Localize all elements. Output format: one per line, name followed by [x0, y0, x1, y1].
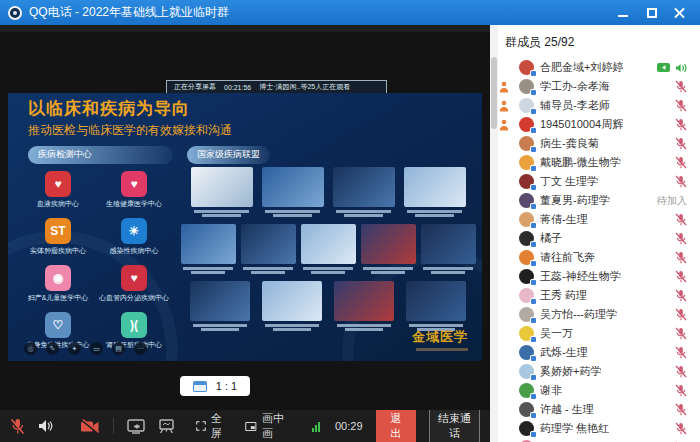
- member-count-header: 群成员 25/92: [490, 25, 700, 58]
- network-signal-icon: [312, 421, 320, 432]
- center-icon: ♥: [45, 171, 71, 197]
- center-icon: ST: [45, 218, 71, 244]
- member-row[interactable]: 董夏男-药理学 待加入: [498, 191, 700, 210]
- fullscreen-button[interactable]: 全屏: [196, 411, 227, 441]
- member-list: 合肥金域+刘婷婷 学工办-余孝海 辅导员-李老师 1945010004周辉 病生…: [490, 58, 700, 442]
- member-status: [675, 118, 687, 131]
- member-row[interactable]: 吴方怡---药理学: [498, 305, 700, 324]
- member-role-icon: [499, 119, 509, 131]
- center-label: 血液疾病中心: [20, 199, 96, 209]
- slide-title: 以临床和疾病为导向: [28, 97, 190, 120]
- member-name: 许越 - 生理: [540, 402, 594, 417]
- center-label: 生殖健康医学中心: [96, 199, 172, 209]
- qq-call-app-icon: [8, 6, 22, 20]
- avatar: [519, 402, 534, 417]
- member-role-icon: [499, 100, 509, 112]
- member-row[interactable]: 许越 - 生理: [498, 400, 700, 419]
- member-row[interactable]: 病生-龚良菊: [498, 134, 700, 153]
- mobile-badge-icon: [530, 241, 537, 248]
- speaker-icon: [38, 419, 53, 433]
- photo-caption: [334, 321, 394, 331]
- member-row[interactable]: 丁文 生理学: [498, 172, 700, 191]
- avatar: [519, 212, 534, 227]
- conference-photo: [421, 224, 476, 275]
- muted-mic-icon: [675, 365, 687, 378]
- mobile-badge-icon: [530, 222, 537, 229]
- member-row[interactable]: 辅导员-李老师: [498, 96, 700, 115]
- call-timer: 00:29: [335, 420, 363, 432]
- conference-photo: [181, 224, 236, 275]
- mobile-badge-icon: [530, 203, 537, 210]
- avatar: [519, 79, 534, 94]
- avatar: [519, 269, 534, 284]
- member-status: [675, 308, 687, 321]
- mobile-badge-icon: [530, 336, 537, 343]
- ratio-1-1-button[interactable]: 1 : 1: [180, 376, 250, 396]
- mobile-badge-icon: [530, 374, 537, 381]
- member-role-icon: [499, 81, 509, 93]
- whiteboard-button[interactable]: [158, 419, 175, 434]
- conference-photo: [241, 224, 296, 275]
- window-ratio-icon: [193, 381, 207, 392]
- member-status: [675, 346, 687, 359]
- pip-button[interactable]: 画中画: [245, 411, 285, 441]
- member-status: [675, 403, 687, 416]
- center-icon: ♥: [121, 171, 147, 197]
- mobile-badge-icon: [530, 70, 537, 77]
- disease-center-tile: ♥ 生殖健康医学中心: [96, 171, 172, 216]
- member-row[interactable]: 吴一万: [498, 324, 700, 343]
- member-status: [675, 175, 687, 188]
- avatar: [519, 326, 534, 341]
- member-panel: 群成员 25/92 合肥金域+刘婷婷 学工办-余孝海 辅导员-李老师 19450…: [490, 25, 700, 442]
- avatar: [519, 136, 534, 151]
- member-row[interactable]: 学工办-余孝海: [498, 77, 700, 96]
- maximize-icon[interactable]: [646, 7, 658, 19]
- member-row[interactable]: 如愿: [498, 438, 700, 442]
- muted-mic-icon: [675, 213, 687, 226]
- member-row[interactable]: 蒋倩-生理: [498, 210, 700, 229]
- member-row[interactable]: 1945010004周辉: [498, 115, 700, 134]
- mobile-badge-icon: [530, 165, 537, 172]
- mic-muted-button[interactable]: [10, 418, 25, 435]
- end-call-button[interactable]: 结束通话: [429, 407, 480, 442]
- center-label: 心血管内分泌疾病中心: [96, 293, 172, 303]
- camera-off-button[interactable]: [80, 419, 100, 434]
- member-row[interactable]: 药理学 焦艳红: [498, 419, 700, 438]
- member-row[interactable]: 戴晓鹏-微生物学: [498, 153, 700, 172]
- member-status: [675, 289, 687, 302]
- member-row[interactable]: 合肥金域+刘婷婷: [498, 58, 700, 77]
- screen-share-button[interactable]: [127, 419, 145, 434]
- member-status: [675, 251, 687, 264]
- scrollbar-thumb[interactable]: [491, 57, 497, 129]
- member-row[interactable]: 橘子: [498, 229, 700, 248]
- member-row[interactable]: 王秀 药理: [498, 286, 700, 305]
- speaker-button[interactable]: [38, 419, 53, 433]
- call-toolbar: 全屏 画中画 00:29 退出 结束通话: [0, 410, 490, 442]
- exit-button[interactable]: 退出: [376, 407, 417, 442]
- member-row[interactable]: 王蕊-神经生物学: [498, 267, 700, 286]
- avatar: [519, 364, 534, 379]
- member-row[interactable]: 谢非: [498, 381, 700, 400]
- member-name: 请往前飞奔: [540, 250, 595, 265]
- speaking-icon: [675, 62, 687, 74]
- minimize-icon[interactable]: [618, 7, 630, 19]
- muted-mic-icon: [675, 137, 687, 150]
- conference-photo: [262, 167, 324, 218]
- toolbar-divider: [113, 418, 114, 434]
- member-row[interactable]: 请往前飞奔: [498, 248, 700, 267]
- pen-icon: ✎: [46, 342, 59, 355]
- member-row[interactable]: 武烁-生理: [498, 343, 700, 362]
- photo-caption: [262, 207, 324, 217]
- close-icon[interactable]: [674, 7, 686, 19]
- member-status: [675, 365, 687, 378]
- photo-caption: [301, 264, 356, 274]
- mobile-badge-icon: [530, 127, 537, 134]
- member-scrollbar[interactable]: [490, 25, 498, 442]
- mobile-badge-icon: [530, 355, 537, 362]
- member-row[interactable]: 奚娇娇+药学: [498, 362, 700, 381]
- member-name: 王秀 药理: [540, 288, 587, 303]
- photo-caption: [421, 264, 476, 274]
- member-status: [675, 213, 687, 226]
- muted-mic-icon: [675, 422, 687, 435]
- muted-mic-icon: [675, 384, 687, 397]
